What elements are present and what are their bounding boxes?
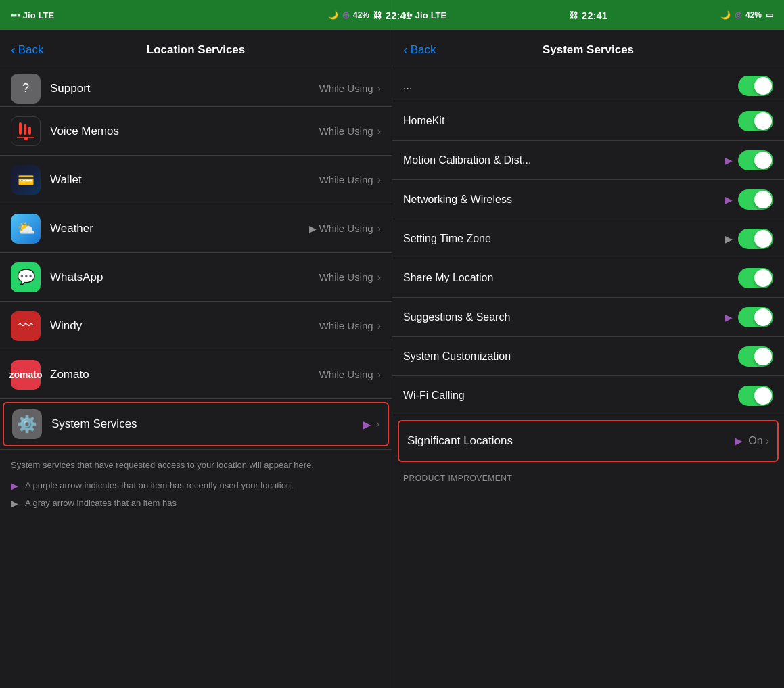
right-back-button[interactable]: ‹ Back: [403, 42, 436, 58]
zomato-item[interactable]: zomato Zomato While Using ›: [0, 350, 392, 399]
suggestions-location-arrow-icon: ▶: [725, 312, 733, 323]
system-services-chevron-icon: ›: [376, 418, 379, 430]
weather-app-icon: ⛅: [11, 214, 41, 244]
voice-memos-permission: While Using: [319, 125, 373, 137]
support-chevron-icon: ›: [377, 83, 381, 95]
right-back-label: Back: [411, 43, 436, 57]
left-footer: System services that have requested acce…: [0, 450, 392, 525]
purple-arrow-legend-icon: ▶: [11, 480, 18, 491]
timezone-location-arrow-icon: ▶: [725, 233, 733, 244]
suggestions-search-name: Suggestions & Search: [403, 311, 725, 323]
networking-wireless-toggle[interactable]: [738, 189, 773, 210]
gray-arrow-legend-icon: ▶: [11, 498, 18, 509]
left-back-chevron-icon: ‹: [11, 42, 16, 58]
networking-wireless-item[interactable]: Networking & Wireless ▶: [392, 180, 784, 219]
right-time-display: 22:41: [582, 9, 607, 21]
wallet-icon: 💳: [11, 165, 41, 195]
support-item[interactable]: ? Support While Using ›: [0, 70, 392, 107]
right-header-title: System Services: [543, 43, 634, 57]
gray-arrow-legend-text: A gray arrow indicates that an item has: [25, 497, 177, 509]
support-permission: While Using: [319, 83, 373, 94]
product-improvement-label: PRODUCT IMPROVEMENT: [392, 467, 784, 487]
setting-time-zone-item[interactable]: Setting Time Zone ▶: [392, 219, 784, 258]
wifi-calling-name: Wi-Fi Calling: [403, 390, 738, 402]
system-customization-toggle[interactable]: [738, 346, 773, 367]
share-my-location-toggle[interactable]: [738, 268, 773, 288]
right-location-icon: ◎: [735, 10, 741, 20]
right-carrier-label: Jio: [415, 10, 428, 20]
system-customization-item[interactable]: System Customization: [392, 337, 784, 376]
homekit-name: HomeKit: [403, 115, 738, 127]
moon-icon: 🌙: [328, 10, 338, 20]
significant-locations-item[interactable]: Significant Locations ▶ On ›: [398, 420, 779, 462]
purple-arrow-legend-text: A purple arrow indicates that an item ha…: [25, 480, 294, 492]
setting-time-zone-toggle[interactable]: [738, 229, 773, 249]
weather-permission: While Using: [319, 223, 373, 234]
purple-arrow-legend: ▶ A purple arrow indicates that an item …: [11, 480, 381, 492]
svg-rect-0: [19, 122, 22, 135]
left-status-bar: ▪▪▪ Jio LTE ⛓ 22:41 🌙 ◎ 42% ▭: [0, 0, 392, 30]
left-back-label: Back: [18, 43, 44, 57]
left-status-left: ▪▪▪ Jio LTE: [11, 10, 54, 20]
wallet-permission: While Using: [319, 174, 373, 185]
support-icon: ?: [11, 74, 41, 104]
motion-calibration-item[interactable]: Motion Calibration & Dist... ▶: [392, 141, 784, 180]
significant-locations-wrapper: Significant Locations ▶ On ›: [392, 415, 784, 467]
system-services-item[interactable]: ⚙️ System Services ▶ ›: [3, 402, 389, 446]
weather-item[interactable]: ⛅ Weather ▶ While Using ›: [0, 204, 392, 253]
motion-calibration-name: Motion Calibration & Dist...: [403, 154, 725, 166]
left-header-title: Location Services: [147, 43, 246, 57]
motion-calibration-toggle[interactable]: [738, 150, 773, 170]
significant-locations-on-label: On: [748, 435, 762, 447]
footer-description: System services that have requested acce…: [11, 459, 381, 472]
windy-icon: 〰: [11, 311, 41, 341]
zomato-permission: While Using: [319, 369, 373, 380]
networking-wireless-name: Networking & Wireless: [403, 193, 725, 206]
right-battery-icon: ▭: [766, 10, 773, 20]
wifi-calling-toggle[interactable]: [738, 386, 773, 406]
time-display: 22:41: [386, 9, 392, 21]
whatsapp-chevron-icon: ›: [377, 271, 381, 283]
weather-location-arrow-icon: ▶: [309, 223, 317, 234]
share-my-location-item[interactable]: Share My Location: [392, 258, 784, 298]
link-icon: ⛓: [373, 10, 382, 20]
whatsapp-permission: While Using: [319, 271, 373, 283]
battery-label: 42%: [353, 10, 369, 20]
svg-rect-4: [24, 137, 28, 140]
right-header: ‹ Back System Services: [392, 30, 784, 70]
zomato-name: Zomato: [50, 368, 319, 382]
gray-arrow-legend: ▶ A gray arrow indicates that an item ha…: [11, 497, 381, 509]
left-status-center: ⛓ 22:41: [373, 9, 392, 21]
homekit-item[interactable]: HomeKit: [392, 101, 784, 141]
wallet-chevron-icon: ›: [377, 174, 381, 186]
svg-rect-2: [28, 127, 31, 135]
wifi-calling-item[interactable]: Wi-Fi Calling: [392, 376, 784, 415]
voice-memos-chevron-icon: ›: [377, 125, 381, 137]
partial-top-item: ...: [392, 70, 784, 101]
zomato-icon: zomato: [11, 360, 41, 390]
network-label: LTE: [39, 10, 55, 20]
right-moon-icon: 🌙: [720, 10, 731, 20]
support-name: Support: [50, 82, 319, 95]
windy-name: Windy: [50, 319, 319, 333]
windy-item[interactable]: 〰 Windy While Using ›: [0, 302, 392, 350]
motion-location-arrow-icon: ▶: [725, 155, 733, 166]
suggestions-search-item[interactable]: Suggestions & Search ▶: [392, 298, 784, 337]
wallet-item[interactable]: 💳 Wallet While Using ›: [0, 156, 392, 204]
left-back-button[interactable]: ‹ Back: [11, 42, 43, 58]
networking-location-arrow-icon: ▶: [725, 194, 733, 205]
wallet-name: Wallet: [50, 173, 319, 187]
voice-memos-item[interactable]: Voice Memos While Using ›: [0, 107, 392, 156]
setting-time-zone-name: Setting Time Zone: [403, 233, 725, 245]
partial-top-toggle[interactable]: [738, 76, 773, 96]
system-services-location-arrow-icon: ▶: [363, 418, 371, 431]
homekit-toggle[interactable]: [738, 111, 773, 131]
system-services-name: System Services: [51, 417, 363, 431]
right-network-label: LTE: [431, 10, 447, 20]
zomato-chevron-icon: ›: [377, 369, 381, 381]
right-back-chevron-icon: ‹: [403, 42, 408, 58]
suggestions-search-toggle[interactable]: [738, 307, 773, 327]
svg-rect-1: [24, 124, 26, 135]
gear-icon: ⚙️: [12, 409, 42, 439]
whatsapp-item[interactable]: 💬 WhatsApp While Using ›: [0, 253, 392, 302]
